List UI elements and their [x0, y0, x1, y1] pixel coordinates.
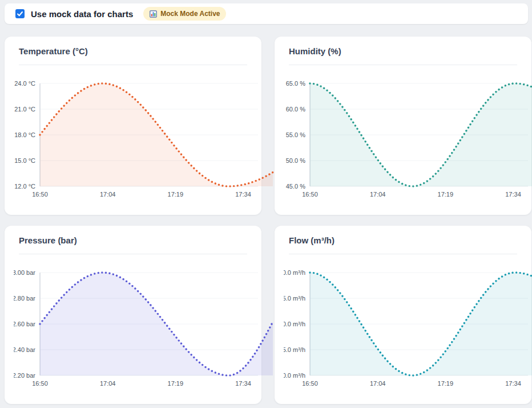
x-tick-label: 17:04 [370, 191, 386, 198]
flow-chart-card: Flow (m³/h) 50.0 m³/h45.0 m³/h40.0 m³/h3… [275, 226, 531, 404]
x-tick-label: 17:04 [370, 380, 386, 387]
x-tick-label: 17:19 [168, 191, 184, 198]
pressure-chart-card: Pressure (bar) 3.00 bar2.80 bar2.60 bar2… [5, 226, 261, 404]
x-tick-label: 17:04 [100, 380, 116, 387]
mock-mode-badge: Mock Mode Active [143, 7, 226, 21]
chart-canvas[interactable] [5, 268, 275, 380]
bar-chart-icon [150, 10, 157, 18]
x-tick-label: 16:50 [32, 380, 48, 387]
x-tick-label: 17:34 [505, 191, 521, 198]
temperature-chart-card: Temperature (°C) 24.0 °C21.0 °C18.0 °C15… [5, 37, 261, 215]
chart-title: Temperature (°C) [19, 46, 88, 56]
x-tick-label: 16:50 [32, 191, 48, 198]
mock-data-toolbar: Use mock data for charts Mock Mode Activ… [5, 3, 528, 24]
card-separator [289, 65, 517, 65]
x-tick-label: 17:04 [100, 191, 116, 198]
chart-canvas[interactable] [275, 79, 532, 191]
check-icon [17, 10, 23, 17]
x-tick-label: 17:34 [235, 191, 251, 198]
mock-mode-badge-label: Mock Mode Active [160, 10, 220, 18]
card-separator [289, 254, 517, 254]
x-tick-label: 17:19 [438, 191, 454, 198]
chart-title: Pressure (bar) [19, 235, 77, 245]
mock-data-checkbox-label[interactable]: Use mock data for charts [31, 9, 133, 19]
x-tick-label: 17:19 [168, 380, 184, 387]
chart-title: Humidity (%) [289, 46, 341, 56]
mock-data-checkbox[interactable] [15, 9, 25, 18]
chart-title: Flow (m³/h) [289, 235, 334, 245]
x-tick-label: 17:34 [505, 380, 521, 387]
humidity-chart-card: Humidity (%) 65.0 %60.0 %55.0 %50.0 %45.… [275, 37, 531, 215]
x-tick-label: 16:50 [302, 191, 318, 198]
chart-canvas[interactable] [275, 268, 532, 380]
card-separator [19, 65, 247, 65]
x-tick-label: 17:19 [438, 380, 454, 387]
chart-canvas[interactable] [5, 79, 275, 191]
card-separator [19, 254, 247, 254]
x-tick-label: 16:50 [302, 380, 318, 387]
x-tick-label: 17:34 [235, 380, 251, 387]
